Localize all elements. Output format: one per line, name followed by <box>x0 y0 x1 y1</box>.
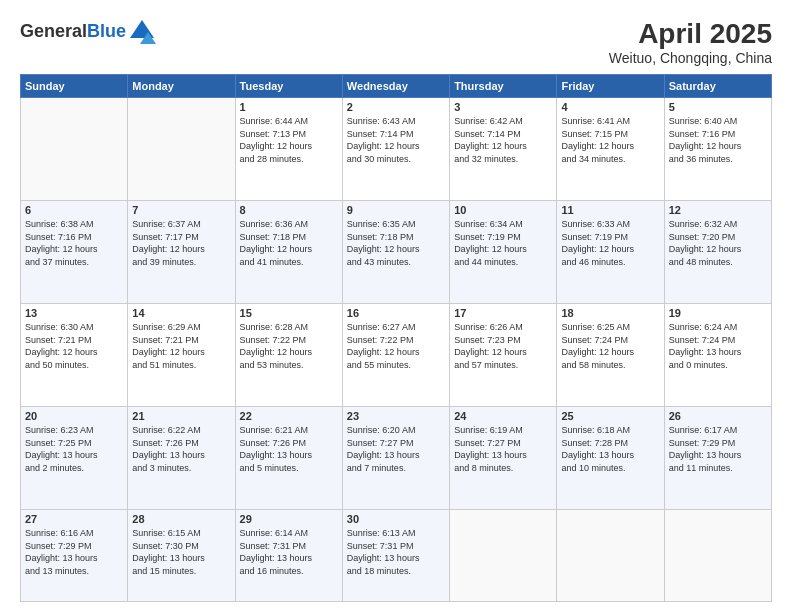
day-info: Sunrise: 6:27 AM Sunset: 7:22 PM Dayligh… <box>347 321 445 371</box>
day-info: Sunrise: 6:21 AM Sunset: 7:26 PM Dayligh… <box>240 424 338 474</box>
calendar-week-row: 6Sunrise: 6:38 AM Sunset: 7:16 PM Daylig… <box>21 201 772 304</box>
day-number: 24 <box>454 410 552 422</box>
day-number: 14 <box>132 307 230 319</box>
header-monday: Monday <box>128 75 235 98</box>
calendar-table: Sunday Monday Tuesday Wednesday Thursday… <box>20 74 772 602</box>
table-row: 28Sunrise: 6:15 AM Sunset: 7:30 PM Dayli… <box>128 510 235 602</box>
day-info: Sunrise: 6:34 AM Sunset: 7:19 PM Dayligh… <box>454 218 552 268</box>
day-info: Sunrise: 6:15 AM Sunset: 7:30 PM Dayligh… <box>132 527 230 577</box>
day-info: Sunrise: 6:18 AM Sunset: 7:28 PM Dayligh… <box>561 424 659 474</box>
day-number: 10 <box>454 204 552 216</box>
table-row: 20Sunrise: 6:23 AM Sunset: 7:25 PM Dayli… <box>21 407 128 510</box>
table-row: 9Sunrise: 6:35 AM Sunset: 7:18 PM Daylig… <box>342 201 449 304</box>
day-number: 19 <box>669 307 767 319</box>
table-row <box>664 510 771 602</box>
day-info: Sunrise: 6:16 AM Sunset: 7:29 PM Dayligh… <box>25 527 123 577</box>
day-info: Sunrise: 6:41 AM Sunset: 7:15 PM Dayligh… <box>561 115 659 165</box>
header: GeneralBlue April 2025 Weituo, Chongqing… <box>20 18 772 66</box>
header-friday: Friday <box>557 75 664 98</box>
page-title: April 2025 <box>609 18 772 50</box>
day-number: 1 <box>240 101 338 113</box>
calendar-week-row: 20Sunrise: 6:23 AM Sunset: 7:25 PM Dayli… <box>21 407 772 510</box>
calendar-week-row: 27Sunrise: 6:16 AM Sunset: 7:29 PM Dayli… <box>21 510 772 602</box>
day-info: Sunrise: 6:23 AM Sunset: 7:25 PM Dayligh… <box>25 424 123 474</box>
table-row: 4Sunrise: 6:41 AM Sunset: 7:15 PM Daylig… <box>557 98 664 201</box>
day-number: 7 <box>132 204 230 216</box>
table-row <box>128 98 235 201</box>
day-number: 28 <box>132 513 230 525</box>
day-number: 6 <box>25 204 123 216</box>
day-info: Sunrise: 6:19 AM Sunset: 7:27 PM Dayligh… <box>454 424 552 474</box>
table-row: 30Sunrise: 6:13 AM Sunset: 7:31 PM Dayli… <box>342 510 449 602</box>
header-thursday: Thursday <box>450 75 557 98</box>
day-number: 16 <box>347 307 445 319</box>
day-number: 27 <box>25 513 123 525</box>
table-row: 18Sunrise: 6:25 AM Sunset: 7:24 PM Dayli… <box>557 304 664 407</box>
table-row: 15Sunrise: 6:28 AM Sunset: 7:22 PM Dayli… <box>235 304 342 407</box>
table-row: 13Sunrise: 6:30 AM Sunset: 7:21 PM Dayli… <box>21 304 128 407</box>
table-row: 6Sunrise: 6:38 AM Sunset: 7:16 PM Daylig… <box>21 201 128 304</box>
table-row: 17Sunrise: 6:26 AM Sunset: 7:23 PM Dayli… <box>450 304 557 407</box>
table-row: 2Sunrise: 6:43 AM Sunset: 7:14 PM Daylig… <box>342 98 449 201</box>
day-number: 8 <box>240 204 338 216</box>
logo-icon <box>128 18 156 46</box>
header-wednesday: Wednesday <box>342 75 449 98</box>
day-info: Sunrise: 6:14 AM Sunset: 7:31 PM Dayligh… <box>240 527 338 577</box>
logo: GeneralBlue <box>20 18 156 46</box>
day-number: 15 <box>240 307 338 319</box>
day-number: 25 <box>561 410 659 422</box>
day-number: 18 <box>561 307 659 319</box>
day-number: 11 <box>561 204 659 216</box>
table-row: 8Sunrise: 6:36 AM Sunset: 7:18 PM Daylig… <box>235 201 342 304</box>
table-row: 26Sunrise: 6:17 AM Sunset: 7:29 PM Dayli… <box>664 407 771 510</box>
day-number: 2 <box>347 101 445 113</box>
table-row <box>557 510 664 602</box>
page-subtitle: Weituo, Chongqing, China <box>609 50 772 66</box>
day-info: Sunrise: 6:37 AM Sunset: 7:17 PM Dayligh… <box>132 218 230 268</box>
day-info: Sunrise: 6:29 AM Sunset: 7:21 PM Dayligh… <box>132 321 230 371</box>
day-info: Sunrise: 6:40 AM Sunset: 7:16 PM Dayligh… <box>669 115 767 165</box>
logo-general: General <box>20 21 87 41</box>
day-number: 3 <box>454 101 552 113</box>
table-row: 11Sunrise: 6:33 AM Sunset: 7:19 PM Dayli… <box>557 201 664 304</box>
day-info: Sunrise: 6:33 AM Sunset: 7:19 PM Dayligh… <box>561 218 659 268</box>
day-number: 21 <box>132 410 230 422</box>
day-number: 17 <box>454 307 552 319</box>
day-number: 23 <box>347 410 445 422</box>
svg-marker-0 <box>130 20 154 38</box>
table-row: 3Sunrise: 6:42 AM Sunset: 7:14 PM Daylig… <box>450 98 557 201</box>
table-row: 1Sunrise: 6:44 AM Sunset: 7:13 PM Daylig… <box>235 98 342 201</box>
table-row: 25Sunrise: 6:18 AM Sunset: 7:28 PM Dayli… <box>557 407 664 510</box>
table-row: 10Sunrise: 6:34 AM Sunset: 7:19 PM Dayli… <box>450 201 557 304</box>
day-info: Sunrise: 6:30 AM Sunset: 7:21 PM Dayligh… <box>25 321 123 371</box>
day-info: Sunrise: 6:17 AM Sunset: 7:29 PM Dayligh… <box>669 424 767 474</box>
day-number: 20 <box>25 410 123 422</box>
day-info: Sunrise: 6:38 AM Sunset: 7:16 PM Dayligh… <box>25 218 123 268</box>
table-row: 14Sunrise: 6:29 AM Sunset: 7:21 PM Dayli… <box>128 304 235 407</box>
day-info: Sunrise: 6:28 AM Sunset: 7:22 PM Dayligh… <box>240 321 338 371</box>
title-block: April 2025 Weituo, Chongqing, China <box>609 18 772 66</box>
table-row: 22Sunrise: 6:21 AM Sunset: 7:26 PM Dayli… <box>235 407 342 510</box>
table-row: 19Sunrise: 6:24 AM Sunset: 7:24 PM Dayli… <box>664 304 771 407</box>
day-number: 26 <box>669 410 767 422</box>
table-row: 21Sunrise: 6:22 AM Sunset: 7:26 PM Dayli… <box>128 407 235 510</box>
day-number: 22 <box>240 410 338 422</box>
day-info: Sunrise: 6:35 AM Sunset: 7:18 PM Dayligh… <box>347 218 445 268</box>
day-info: Sunrise: 6:44 AM Sunset: 7:13 PM Dayligh… <box>240 115 338 165</box>
day-number: 4 <box>561 101 659 113</box>
table-row: 7Sunrise: 6:37 AM Sunset: 7:17 PM Daylig… <box>128 201 235 304</box>
day-info: Sunrise: 6:42 AM Sunset: 7:14 PM Dayligh… <box>454 115 552 165</box>
header-saturday: Saturday <box>664 75 771 98</box>
table-row: 16Sunrise: 6:27 AM Sunset: 7:22 PM Dayli… <box>342 304 449 407</box>
day-info: Sunrise: 6:22 AM Sunset: 7:26 PM Dayligh… <box>132 424 230 474</box>
day-number: 12 <box>669 204 767 216</box>
day-info: Sunrise: 6:20 AM Sunset: 7:27 PM Dayligh… <box>347 424 445 474</box>
day-info: Sunrise: 6:13 AM Sunset: 7:31 PM Dayligh… <box>347 527 445 577</box>
table-row: 27Sunrise: 6:16 AM Sunset: 7:29 PM Dayli… <box>21 510 128 602</box>
day-number: 29 <box>240 513 338 525</box>
day-number: 13 <box>25 307 123 319</box>
table-row: 23Sunrise: 6:20 AM Sunset: 7:27 PM Dayli… <box>342 407 449 510</box>
header-tuesday: Tuesday <box>235 75 342 98</box>
day-info: Sunrise: 6:25 AM Sunset: 7:24 PM Dayligh… <box>561 321 659 371</box>
table-row: 12Sunrise: 6:32 AM Sunset: 7:20 PM Dayli… <box>664 201 771 304</box>
